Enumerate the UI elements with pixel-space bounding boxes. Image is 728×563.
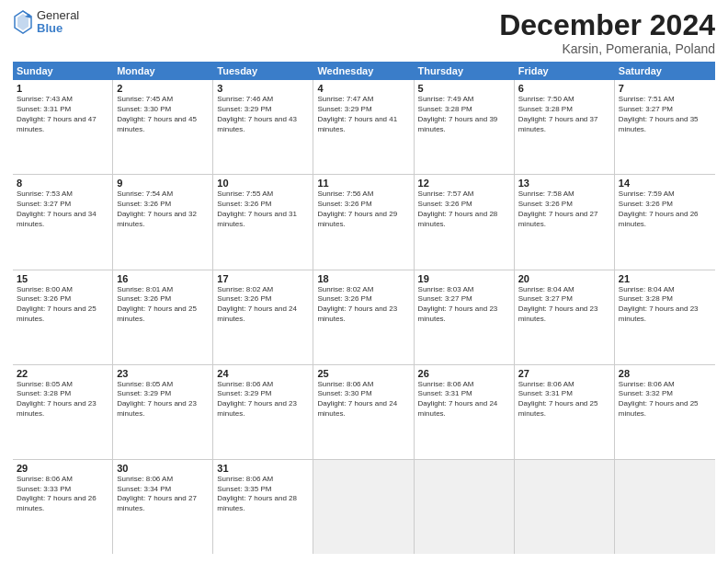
weekday-header: Saturday <box>615 62 715 80</box>
cell-details: Sunrise: 7:57 AMSunset: 3:26 PMDaylight:… <box>418 190 510 229</box>
day-cell: 5Sunrise: 7:49 AMSunset: 3:28 PMDaylight… <box>415 80 515 174</box>
day-cell: 28Sunrise: 8:06 AMSunset: 3:32 PMDayligh… <box>615 365 715 459</box>
day-cell: 27Sunrise: 8:06 AMSunset: 3:31 PMDayligh… <box>515 365 615 459</box>
cell-details: Sunrise: 7:55 AMSunset: 3:26 PMDaylight:… <box>217 190 309 229</box>
day-number: 27 <box>518 368 610 379</box>
day-number: 19 <box>418 273 510 284</box>
calendar: SundayMondayTuesdayWednesdayThursdayFrid… <box>13 62 715 554</box>
day-cell: 31Sunrise: 8:06 AMSunset: 3:35 PMDayligh… <box>213 460 313 554</box>
weekday-header: Wednesday <box>313 62 414 80</box>
cell-details: Sunrise: 8:06 AMSunset: 3:31 PMDaylight:… <box>518 380 610 419</box>
day-cell: 1Sunrise: 7:43 AMSunset: 3:31 PMDaylight… <box>13 80 113 174</box>
weekday-header: Monday <box>113 62 213 80</box>
day-cell: 16Sunrise: 8:01 AMSunset: 3:26 PMDayligh… <box>113 270 213 364</box>
calendar-row: 15Sunrise: 8:00 AMSunset: 3:26 PMDayligh… <box>13 270 715 365</box>
day-number: 14 <box>619 178 711 189</box>
cell-details: Sunrise: 8:06 AMSunset: 3:34 PMDaylight:… <box>117 475 209 514</box>
logo-icon <box>13 9 33 35</box>
cell-details: Sunrise: 8:00 AMSunset: 3:26 PMDaylight:… <box>17 285 108 325</box>
cell-details: Sunrise: 8:06 AMSunset: 3:31 PMDaylight:… <box>418 380 510 419</box>
day-number: 16 <box>117 273 209 284</box>
calendar-body: 1Sunrise: 7:43 AMSunset: 3:31 PMDaylight… <box>13 80 715 554</box>
cell-details: Sunrise: 7:50 AMSunset: 3:28 PMDaylight:… <box>518 95 610 134</box>
cell-details: Sunrise: 7:59 AMSunset: 3:26 PMDaylight:… <box>619 190 711 229</box>
cell-details: Sunrise: 7:46 AMSunset: 3:29 PMDaylight:… <box>217 95 309 134</box>
cell-details: Sunrise: 8:06 AMSunset: 3:33 PMDaylight:… <box>17 475 108 514</box>
day-number: 26 <box>418 368 510 379</box>
logo-blue: Blue <box>37 22 79 35</box>
day-cell: 2Sunrise: 7:45 AMSunset: 3:30 PMDaylight… <box>113 80 213 174</box>
day-number: 20 <box>518 273 610 284</box>
cell-details: Sunrise: 8:06 AMSunset: 3:30 PMDaylight:… <box>317 380 409 419</box>
day-number: 15 <box>17 273 108 284</box>
day-cell: 11Sunrise: 7:56 AMSunset: 3:26 PMDayligh… <box>313 175 414 269</box>
day-cell: 30Sunrise: 8:06 AMSunset: 3:34 PMDayligh… <box>113 460 213 554</box>
day-number: 9 <box>117 178 209 189</box>
day-number: 1 <box>17 83 108 94</box>
day-cell: 23Sunrise: 8:05 AMSunset: 3:29 PMDayligh… <box>113 365 213 459</box>
day-cell: 6Sunrise: 7:50 AMSunset: 3:28 PMDaylight… <box>515 80 615 174</box>
day-cell: 22Sunrise: 8:05 AMSunset: 3:28 PMDayligh… <box>13 365 113 459</box>
cell-details: Sunrise: 8:03 AMSunset: 3:27 PMDaylight:… <box>418 285 510 325</box>
day-number: 13 <box>518 178 610 189</box>
cell-details: Sunrise: 8:02 AMSunset: 3:26 PMDaylight:… <box>217 285 309 325</box>
cell-details: Sunrise: 8:04 AMSunset: 3:28 PMDaylight:… <box>619 285 711 325</box>
day-cell: 20Sunrise: 8:04 AMSunset: 3:27 PMDayligh… <box>515 270 615 364</box>
cell-details: Sunrise: 7:56 AMSunset: 3:26 PMDaylight:… <box>317 190 409 229</box>
empty-cell <box>615 460 715 554</box>
cell-details: Sunrise: 8:02 AMSunset: 3:26 PMDaylight:… <box>317 285 409 325</box>
day-cell: 12Sunrise: 7:57 AMSunset: 3:26 PMDayligh… <box>415 175 515 269</box>
cell-details: Sunrise: 8:06 AMSunset: 3:32 PMDaylight:… <box>619 380 711 419</box>
day-number: 8 <box>17 178 108 189</box>
day-number: 12 <box>418 178 510 189</box>
cell-details: Sunrise: 7:53 AMSunset: 3:27 PMDaylight:… <box>17 190 108 229</box>
empty-cell <box>415 460 515 554</box>
day-number: 6 <box>518 83 610 94</box>
day-cell: 18Sunrise: 8:02 AMSunset: 3:26 PMDayligh… <box>313 270 414 364</box>
day-number: 30 <box>117 463 209 474</box>
day-cell: 4Sunrise: 7:47 AMSunset: 3:29 PMDaylight… <box>313 80 414 174</box>
day-number: 23 <box>117 368 209 379</box>
calendar-row: 8Sunrise: 7:53 AMSunset: 3:27 PMDaylight… <box>13 175 715 270</box>
calendar-row: 22Sunrise: 8:05 AMSunset: 3:28 PMDayligh… <box>13 365 715 460</box>
empty-cell <box>313 460 414 554</box>
cell-details: Sunrise: 7:49 AMSunset: 3:28 PMDaylight:… <box>418 95 510 134</box>
cell-details: Sunrise: 7:47 AMSunset: 3:29 PMDaylight:… <box>317 95 409 134</box>
weekday-header: Sunday <box>13 62 113 80</box>
logo-general: General <box>37 9 79 22</box>
day-number: 10 <box>217 178 309 189</box>
day-cell: 15Sunrise: 8:00 AMSunset: 3:26 PMDayligh… <box>13 270 113 364</box>
cell-details: Sunrise: 7:54 AMSunset: 3:26 PMDaylight:… <box>117 190 209 229</box>
day-cell: 14Sunrise: 7:59 AMSunset: 3:26 PMDayligh… <box>615 175 715 269</box>
cell-details: Sunrise: 7:45 AMSunset: 3:30 PMDaylight:… <box>117 95 209 134</box>
weekday-header: Friday <box>515 62 615 80</box>
day-number: 7 <box>619 83 711 94</box>
day-number: 29 <box>17 463 108 474</box>
cell-details: Sunrise: 8:05 AMSunset: 3:28 PMDaylight:… <box>17 380 108 419</box>
day-number: 24 <box>217 368 309 379</box>
day-cell: 8Sunrise: 7:53 AMSunset: 3:27 PMDaylight… <box>13 175 113 269</box>
title-section: December 2024 Karsin, Pomerania, Poland <box>499 9 715 56</box>
weekday-header: Thursday <box>415 62 515 80</box>
day-cell: 9Sunrise: 7:54 AMSunset: 3:26 PMDaylight… <box>113 175 213 269</box>
cell-details: Sunrise: 8:06 AMSunset: 3:29 PMDaylight:… <box>217 380 309 419</box>
day-cell: 10Sunrise: 7:55 AMSunset: 3:26 PMDayligh… <box>213 175 313 269</box>
day-number: 28 <box>619 368 711 379</box>
day-cell: 19Sunrise: 8:03 AMSunset: 3:27 PMDayligh… <box>415 270 515 364</box>
day-number: 2 <box>117 83 209 94</box>
day-number: 21 <box>619 273 711 284</box>
day-cell: 13Sunrise: 7:58 AMSunset: 3:26 PMDayligh… <box>515 175 615 269</box>
month-title: December 2024 <box>499 9 715 41</box>
day-number: 25 <box>317 368 409 379</box>
day-cell: 29Sunrise: 8:06 AMSunset: 3:33 PMDayligh… <box>13 460 113 554</box>
logo-text: General Blue <box>37 9 79 36</box>
day-cell: 24Sunrise: 8:06 AMSunset: 3:29 PMDayligh… <box>213 365 313 459</box>
cell-details: Sunrise: 8:06 AMSunset: 3:35 PMDaylight:… <box>217 475 309 514</box>
day-cell: 25Sunrise: 8:06 AMSunset: 3:30 PMDayligh… <box>313 365 414 459</box>
cell-details: Sunrise: 8:05 AMSunset: 3:29 PMDaylight:… <box>117 380 209 419</box>
calendar-page: General Blue December 2024 Karsin, Pomer… <box>0 0 728 563</box>
day-number: 5 <box>418 83 510 94</box>
day-number: 18 <box>317 273 409 284</box>
day-cell: 26Sunrise: 8:06 AMSunset: 3:31 PMDayligh… <box>415 365 515 459</box>
location: Karsin, Pomerania, Poland <box>499 41 715 56</box>
